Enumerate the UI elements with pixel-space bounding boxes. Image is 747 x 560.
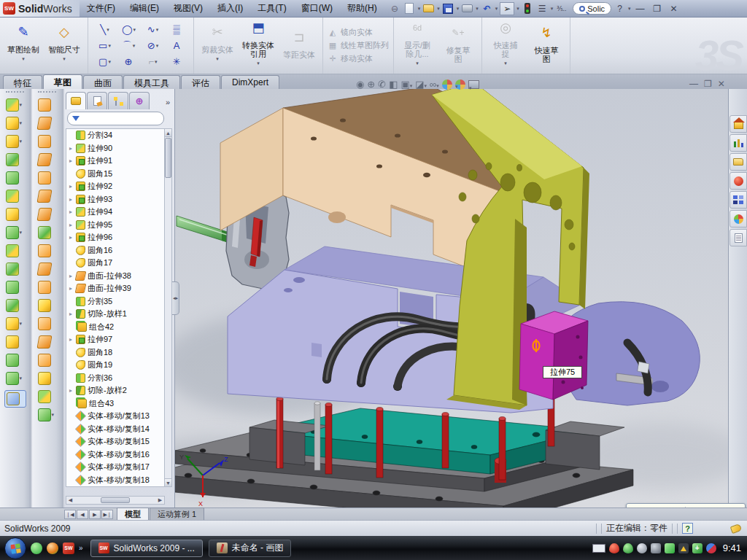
configurationmanager-tab[interactable] bbox=[108, 92, 128, 109]
undo-icon[interactable]: ↶ bbox=[481, 2, 493, 15]
print-icon[interactable] bbox=[462, 4, 473, 12]
expand-arrow-icon[interactable]: ▸ bbox=[68, 209, 74, 215]
quick-launch-icon[interactable] bbox=[47, 542, 58, 554]
hud-icon[interactable]: ◧ bbox=[389, 79, 398, 90]
close-button[interactable]: ✕ bbox=[667, 4, 681, 14]
feature-tool-icon[interactable] bbox=[6, 244, 25, 257]
expand-arrow-icon[interactable]: ▸ bbox=[68, 196, 74, 203]
tree-item[interactable]: ▸ 拉伸96 bbox=[66, 231, 164, 244]
sketch-entity-icon[interactable]: ⌒▾ bbox=[117, 38, 141, 54]
tree-item[interactable]: ▸ 拉伸91 bbox=[66, 155, 164, 168]
panel-overflow-button[interactable]: » bbox=[163, 98, 173, 109]
scroll-thumb[interactable] bbox=[101, 497, 130, 503]
convert-entities-button[interactable]: ⬒ 转换实体引用▾ bbox=[239, 23, 277, 68]
surface-tool-icon[interactable] bbox=[38, 208, 57, 221]
surface-tool-icon[interactable] bbox=[38, 226, 57, 239]
tree-item[interactable]: ▸ 切除-放样2 bbox=[66, 384, 164, 397]
toolbar-grip[interactable] bbox=[38, 91, 56, 97]
menu-item[interactable]: 视图(V) bbox=[166, 0, 210, 17]
tree-vertical-scrollbar[interactable]: ▲ ▼ bbox=[164, 128, 172, 487]
feature-tool-icon[interactable] bbox=[6, 262, 25, 276]
sketch-entity-icon[interactable]: ╲▾ bbox=[93, 22, 117, 38]
tray-icon[interactable]: + bbox=[692, 543, 703, 553]
open-file-icon[interactable] bbox=[423, 4, 434, 12]
quick-snaps-button[interactable]: ◎ 快速捕 捉▾ bbox=[487, 23, 525, 68]
sketch-entity-icon[interactable]: A bbox=[165, 38, 189, 54]
search-box[interactable]: Solic bbox=[573, 2, 611, 15]
command-tab[interactable]: 草图 bbox=[43, 74, 82, 89]
expand-arrow-icon[interactable]: ▸ bbox=[68, 387, 74, 394]
tree-item[interactable]: ▸ 曲面-拉伸38 bbox=[66, 270, 164, 283]
minimize-button[interactable]: — bbox=[633, 4, 648, 14]
select-cursor-icon[interactable]: ➢ bbox=[500, 2, 514, 15]
search-input[interactable]: Solic bbox=[587, 4, 605, 13]
menu-item[interactable]: 文件(F) bbox=[80, 0, 123, 17]
start-button[interactable] bbox=[4, 537, 26, 559]
hud-icon[interactable]: ✆ bbox=[378, 79, 386, 90]
pin-icon[interactable]: ⊖ bbox=[389, 2, 401, 15]
tree-item[interactable]: 圆角16 bbox=[66, 244, 164, 257]
tab-nav-button[interactable]: ▶ bbox=[89, 510, 101, 519]
tree-item[interactable]: 圆角17 bbox=[66, 257, 164, 270]
sketch-entity-icon[interactable]: ◯▾ bbox=[117, 22, 141, 38]
task-pane-tab[interactable] bbox=[729, 115, 747, 133]
sketch-entity-icon[interactable]: ⊕ bbox=[117, 54, 141, 70]
tree-item[interactable]: ▸ 曲面-拉伸39 bbox=[66, 282, 164, 295]
task-button[interactable]: SW SolidWorks 2009 - ... bbox=[90, 540, 203, 557]
surface-tool-icon[interactable] bbox=[38, 390, 57, 403]
feature-tool-icon[interactable] bbox=[6, 171, 25, 184]
tray-icon[interactable] bbox=[678, 543, 689, 553]
feature-tool-icon[interactable] bbox=[6, 354, 25, 367]
tray-icon[interactable] bbox=[665, 543, 675, 553]
sketch-entity-icon[interactable]: ▭▾ bbox=[93, 38, 117, 54]
doc-minimize-button[interactable]: — bbox=[689, 79, 698, 89]
tray-icon[interactable] bbox=[637, 543, 647, 553]
surface-tool-icon[interactable] bbox=[38, 354, 57, 367]
tag-icon[interactable] bbox=[730, 523, 743, 533]
surface-tool-icon[interactable] bbox=[38, 171, 57, 184]
expand-arrow-icon[interactable]: ▸ bbox=[68, 222, 74, 228]
tree-item[interactable]: 分割35 bbox=[66, 295, 164, 308]
task-pane-tab[interactable] bbox=[729, 210, 747, 228]
menu-item[interactable]: 工具(T) bbox=[250, 0, 293, 17]
help-icon[interactable]: ? bbox=[614, 2, 626, 15]
feature-tool-icon[interactable] bbox=[6, 281, 25, 294]
featuremanager-tab[interactable] bbox=[66, 92, 86, 109]
rapid-sketch-button[interactable]: ↯ 快速草 图 bbox=[527, 28, 565, 63]
feature-tool-icon[interactable] bbox=[6, 190, 25, 203]
quick-launch-icon[interactable]: SW bbox=[63, 542, 74, 554]
tray-icon[interactable] bbox=[623, 543, 633, 553]
tray-icon[interactable] bbox=[706, 543, 716, 553]
feature-tool-icon[interactable] bbox=[6, 335, 25, 349]
tree-horizontal-scrollbar[interactable]: ◀▶ bbox=[66, 496, 165, 505]
surface-tool-icon[interactable] bbox=[38, 117, 57, 130]
task-pane-tab[interactable] bbox=[729, 153, 747, 171]
sketch-entity-icon[interactable]: ⌐▾ bbox=[141, 54, 165, 70]
surface-tool-icon[interactable] bbox=[38, 299, 57, 312]
trim-entities-button[interactable]: ✂ 剪裁实体▾ bbox=[198, 28, 236, 63]
instant3d-icon[interactable] bbox=[4, 390, 26, 408]
expand-arrow-icon[interactable]: ▸ bbox=[68, 234, 74, 241]
tree-item[interactable]: 圆角15 bbox=[66, 168, 164, 181]
feature-tool-icon[interactable]: ▾ bbox=[6, 317, 25, 330]
restore-button[interactable]: ❐ bbox=[650, 4, 665, 14]
tree-item[interactable]: 分割36 bbox=[66, 372, 164, 385]
taskbar-clock[interactable]: 9:41 bbox=[720, 542, 741, 553]
tree-item[interactable]: 组合43 bbox=[66, 397, 164, 411]
hud-icon[interactable]: ▾ bbox=[455, 79, 465, 90]
hud-icon[interactable] bbox=[442, 79, 452, 90]
hud-icon[interactable]: ◪▾ bbox=[415, 79, 427, 90]
scroll-down-icon[interactable]: ▼ bbox=[165, 478, 171, 486]
menu-item[interactable]: 插入(I) bbox=[210, 0, 250, 17]
hud-icon[interactable]: ▣▾ bbox=[400, 79, 412, 90]
options-icon[interactable]: ☰ bbox=[536, 2, 549, 15]
task-pane-tab[interactable] bbox=[729, 191, 747, 209]
tree-item[interactable]: 实体-移动/复制18 bbox=[66, 474, 164, 487]
tree-item[interactable]: 分割34 bbox=[66, 129, 164, 142]
quick-tips-button[interactable]: ? bbox=[682, 523, 693, 534]
hud-icon[interactable]: ▾ bbox=[468, 80, 479, 89]
tree-item[interactable]: 实体-移动/复制15 bbox=[66, 435, 164, 448]
task-pane-tab[interactable] bbox=[729, 172, 747, 190]
motion-study-tab[interactable]: 运动算例 1 bbox=[150, 508, 204, 521]
tree-item[interactable]: ▸ 拉伸94 bbox=[66, 206, 164, 219]
